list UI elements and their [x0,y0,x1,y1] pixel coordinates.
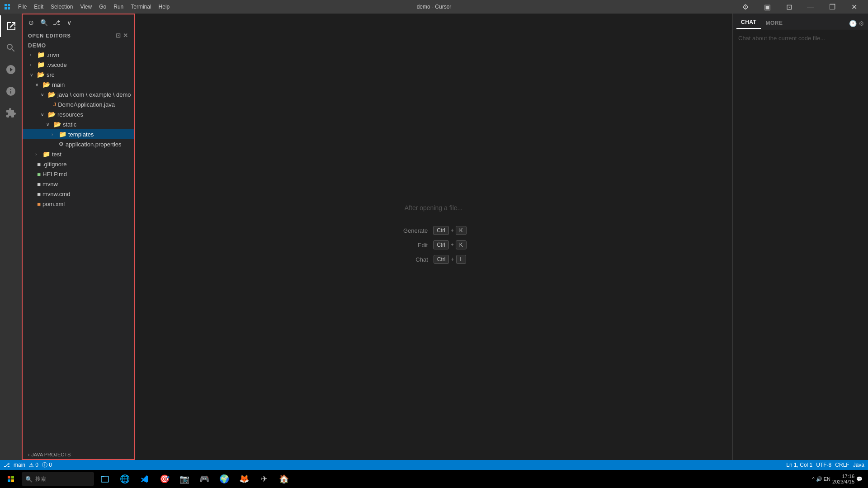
notification-icon[interactable]: 💬 [856,476,863,482]
language-mode[interactable]: Java [853,462,864,468]
close-all-icon[interactable]: ✕ [123,32,128,39]
taskbar-vscode[interactable] [136,470,154,488]
arrow-icon: ∨ [41,112,48,117]
source-control-icon[interactable]: ⎇ [52,18,61,28]
tab-more[interactable]: MORE [761,17,787,29]
tree-item-src[interactable]: ∨ 📂 src [23,70,134,80]
tree-item-java[interactable]: ∨ 📂 java \ com \ example \ demo [23,89,134,99]
menu-go[interactable]: Go [95,2,110,12]
settings-icon[interactable]: ⚙ [859,20,864,27]
activity-extensions-icon[interactable] [0,102,22,124]
close-button[interactable]: ✕ [844,0,864,14]
arrow-icon: ∨ [30,72,37,77]
file-icon: ◼ [37,192,41,197]
chat-panel: CHAT MORE 🕐 ⚙ Chat about the current cod… [732,14,868,460]
open-editors-icons: ⊡ ✕ [116,32,128,39]
layout-icon[interactable]: ▣ [757,0,778,14]
chat-keys: Ctrl + L [434,255,466,264]
chat-placeholder: Chat about the current code file... [738,35,863,42]
menu-terminal[interactable]: Terminal [127,2,155,12]
tree-item-test[interactable]: › 📁 test [23,149,134,159]
titlebar-menu: File Edit Selection View Go Run Terminal… [14,2,173,12]
ctrl-key: Ctrl [433,226,449,235]
edit-shortcut: Edit Ctrl + K [401,240,467,249]
chat-tab-actions: 🕐 ⚙ [849,20,864,29]
open-editors-header: OPEN EDITORS ⊡ ✕ [23,30,134,41]
restore-button[interactable]: ❐ [822,0,843,14]
taskbar-browser[interactable]: 🌐 [116,470,134,488]
menu-file[interactable]: File [14,2,30,12]
menu-view[interactable]: View [76,2,95,12]
activity-explorer-icon[interactable] [0,15,22,37]
svg-rect-6 [8,479,10,482]
warnings-count[interactable]: ⓘ 0 [42,461,52,469]
encoding[interactable]: UTF-8 [816,462,831,468]
k-key: K [456,240,467,249]
tree-item-pomxml[interactable]: ◼ pom.xml [23,199,134,209]
titlebar-controls: ⚙ ▣ ⊡ — ❐ ✕ [735,0,864,14]
minimize-button[interactable]: — [800,0,821,14]
taskbar-file-explorer[interactable] [96,470,114,488]
taskbar-search[interactable]: 🔍 搜索 [22,472,94,486]
line-ending[interactable]: CRLF [835,462,849,468]
svg-rect-4 [8,476,10,479]
taskbar-time: 17:16 2023/4/15 [832,474,854,484]
menu-help[interactable]: Help [155,2,174,12]
tree-item-resources[interactable]: ∨ 📂 resources [23,109,134,119]
menu-selection[interactable]: Selection [47,2,76,12]
git-branch-name[interactable]: main [14,462,25,468]
new-file-icon[interactable]: ⊙ [26,18,36,28]
tree-item-mvnwcmd[interactable]: ◼ mvnw.cmd [23,189,134,199]
tree-item-templates[interactable]: › 📁 templates [23,129,134,139]
errors-count[interactable]: ⚠ 0 [29,462,38,468]
taskbar-icon-5[interactable]: 🎯 [156,470,174,488]
search-icon[interactable]: 🔍 [39,18,49,28]
taskbar: 🔍 搜索 🌐 🎯 📷 🎮 🌍 🦊 ✈ 🏠 ^ 🔊 EN 17:16 2023/4… [0,470,868,488]
split-icon[interactable]: ⊡ [778,0,799,14]
settings-icon[interactable]: ⚙ [735,0,756,14]
taskbar-icon-6[interactable]: 📷 [175,470,193,488]
tree-item-main[interactable]: ∨ 📂 main [23,80,134,89]
tree-item-static[interactable]: ∨ 📂 static [23,119,134,129]
folder-open-icon: 📂 [42,81,50,88]
activity-git-icon[interactable] [0,59,22,80]
arrow-icon: › [30,52,37,57]
taskbar-firefox[interactable]: 🦊 [235,470,253,488]
tree-item-mvn[interactable]: › 📁 .mvn [23,50,134,60]
svg-rect-3 [8,7,10,9]
java-projects-section[interactable]: › JAVA PROJECTS [23,450,134,459]
start-button[interactable] [2,470,20,488]
menu-edit[interactable]: Edit [30,2,47,12]
taskbar-icon-8[interactable]: 🌍 [215,470,233,488]
plus-sign: + [451,256,454,263]
tree-item-demo-application[interactable]: J DemoApplication.java [23,99,134,109]
cursor-position[interactable]: Ln 1, Col 1 [786,462,812,468]
menu-run[interactable]: Run [110,2,127,12]
git-branch-icon: ⎇ [4,462,10,468]
tree-item-mvnw[interactable]: ◼ mvnw [23,179,134,189]
chat-content: Chat about the current code file... [733,29,868,460]
l-key: L [456,255,467,264]
taskbar-icon-10[interactable]: ✈ [255,470,273,488]
taskbar-icon-11[interactable]: 🏠 [275,470,293,488]
tree-item-vscode[interactable]: › 📁 .vscode [23,60,134,70]
sidebar: ⊙ 🔍 ⎇ ∨ OPEN EDITORS ⊡ ✕ DEMO › 📁 .mvn ›… [22,14,135,460]
activity-debug-icon[interactable] [0,80,22,102]
java-file-icon: J [53,102,56,107]
item-label: main [52,81,65,88]
tab-chat[interactable]: CHAT [736,16,761,29]
taskbar-icon-7[interactable]: 🎮 [195,470,213,488]
taskbar-right: ^ 🔊 EN 17:16 2023/4/15 💬 [812,474,867,484]
activity-search-icon[interactable] [0,37,22,59]
tree-item-gitignore[interactable]: ◼ .gitignore [23,159,134,169]
history-icon[interactable]: 🕐 [849,20,857,27]
collapse-all-icon[interactable]: ∨ [64,18,74,28]
tree-item-application-properties[interactable]: ⚙ application.properties [23,139,134,149]
generate-shortcut: Generate Ctrl + K [401,226,467,235]
arrow-icon: › [35,152,42,157]
settings-file-icon: ⚙ [59,141,64,147]
folder-icon: 📁 [59,131,66,138]
window-title: demo - Cursor [417,4,452,10]
tree-item-helpmd[interactable]: ◼ HELP.md [23,169,134,179]
save-all-icon[interactable]: ⊡ [116,32,121,39]
